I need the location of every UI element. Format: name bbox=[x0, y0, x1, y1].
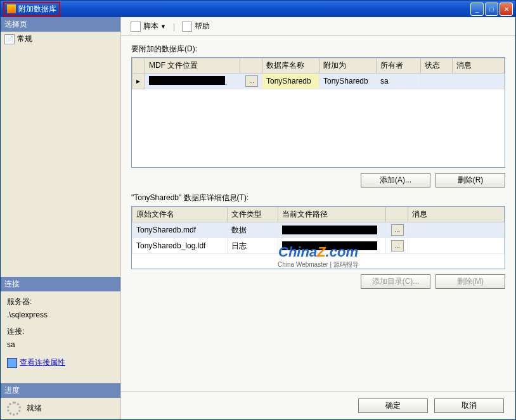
cell-filetype[interactable]: 数据 bbox=[228, 222, 278, 238]
progress-spinner-icon bbox=[7, 402, 21, 416]
progress-header: 进度 bbox=[1, 383, 120, 398]
link-label: 查看连接属性 bbox=[20, 357, 65, 368]
grid1-buttons: 添加(A)... 删除(R) bbox=[131, 173, 505, 188]
cell-browse: ... bbox=[386, 222, 408, 238]
table-row[interactable]: TonySharedb.mdf 数据 ... bbox=[132, 222, 505, 238]
content-area: 要附加的数据库(D): MDF 文件位置 数据库名称 附加为 所有者 状态 bbox=[121, 36, 515, 391]
cell-message bbox=[408, 222, 505, 238]
dialog-window: 附加数据库 _ □ ✕ 选择页 📄 常规 连接 服务器: .\sqlexpres… bbox=[0, 0, 516, 420]
select-page-header: 选择页 bbox=[1, 17, 120, 32]
sidebar-item-general[interactable]: 📄 常规 bbox=[1, 32, 120, 46]
col-browse2 bbox=[386, 207, 408, 222]
col-browse bbox=[240, 58, 262, 73]
col-owner[interactable]: 所有者 bbox=[377, 58, 421, 73]
progress-status-text: 就绪 bbox=[27, 404, 42, 412]
close-button[interactable]: ✕ bbox=[500, 3, 513, 16]
details-table: 原始文件名 文件类型 当前文件路径 消息 TonySharedb.mdf 数据 bbox=[132, 207, 505, 254]
toolbar: 脚本 ▼ | 帮助 bbox=[121, 17, 515, 36]
conn-value: sa bbox=[7, 338, 114, 351]
sidebar: 选择页 📄 常规 连接 服务器: .\sqlexpress 连接: sa 查看连… bbox=[1, 17, 121, 419]
connection-info: 服务器: .\sqlexpress 连接: sa bbox=[1, 291, 120, 355]
window-controls: _ □ ✕ bbox=[470, 3, 513, 16]
cell-filepath[interactable] bbox=[278, 238, 386, 254]
sidebar-item-label: 常规 bbox=[17, 34, 32, 44]
redacted-path bbox=[149, 76, 225, 85]
cell-message bbox=[453, 73, 505, 89]
table-row[interactable]: TonySharedb_log.ldf 日志 ... bbox=[132, 238, 505, 254]
table-row[interactable]: ▸ . ... TonySharedb TonySharedb sa bbox=[132, 73, 505, 89]
col-mdf-location[interactable]: MDF 文件位置 bbox=[145, 58, 240, 73]
dialog-body: 选择页 📄 常规 连接 服务器: .\sqlexpress 连接: sa 查看连… bbox=[1, 17, 515, 419]
minimize-button[interactable]: _ bbox=[470, 3, 484, 16]
cell-status bbox=[421, 73, 453, 89]
details-grid[interactable]: 原始文件名 文件类型 当前文件路径 消息 TonySharedb.mdf 数据 bbox=[131, 206, 505, 269]
title-highlight: 附加数据库 bbox=[3, 2, 60, 16]
main-panel: 脚本 ▼ | 帮助 要附加的数据库(D): MDF 文件位置 bbox=[121, 17, 515, 419]
details-label: "TonySharedb" 数据库详细信息(T): bbox=[131, 193, 505, 203]
browse-button[interactable]: ... bbox=[391, 224, 404, 236]
window-title: 附加数据库 bbox=[18, 4, 56, 15]
attach-db-label: 要附加的数据库(D): bbox=[131, 44, 505, 54]
chevron-down-icon: ▼ bbox=[160, 23, 166, 30]
select-page-section: 📄 常规 bbox=[1, 32, 120, 277]
databases-table: MDF 文件位置 数据库名称 附加为 所有者 状态 消息 ▸ bbox=[132, 58, 505, 89]
cell-filename[interactable]: TonySharedb.mdf bbox=[132, 222, 228, 238]
help-icon bbox=[182, 22, 192, 32]
view-connection-properties-link[interactable]: 查看连接属性 bbox=[1, 355, 120, 371]
script-label: 脚本 bbox=[143, 21, 158, 32]
col-filetype[interactable]: 文件类型 bbox=[228, 207, 278, 222]
col-selector bbox=[132, 58, 145, 73]
cell-attach-as[interactable]: TonySharedb bbox=[319, 73, 377, 89]
remove2-button: 删除(M) bbox=[435, 274, 505, 289]
remove-button[interactable]: 删除(R) bbox=[435, 173, 505, 188]
col-message[interactable]: 消息 bbox=[453, 58, 505, 73]
app-icon bbox=[7, 4, 16, 13]
connection-header: 连接 bbox=[1, 277, 120, 291]
ok-button[interactable]: 确定 bbox=[358, 398, 428, 413]
redacted-path bbox=[282, 226, 377, 234]
cell-mdf-location[interactable]: . bbox=[145, 73, 240, 89]
col-message2[interactable]: 消息 bbox=[408, 207, 505, 222]
separator: | bbox=[173, 22, 175, 31]
titlebar[interactable]: 附加数据库 _ □ ✕ bbox=[1, 1, 515, 17]
help-label: 帮助 bbox=[195, 21, 210, 32]
server-label: 服务器: bbox=[7, 295, 114, 308]
dialog-footer: 确定 取消 bbox=[121, 391, 515, 419]
cancel-button[interactable]: 取消 bbox=[434, 398, 504, 413]
redacted-path bbox=[282, 241, 377, 250]
maximize-button[interactable]: □ bbox=[485, 3, 498, 16]
col-db-name[interactable]: 数据库名称 bbox=[262, 58, 319, 73]
cell-filetype[interactable]: 日志 bbox=[228, 238, 278, 254]
add-button[interactable]: 添加(A)... bbox=[361, 173, 430, 188]
server-value: .\sqlexpress bbox=[7, 309, 114, 321]
help-button[interactable]: 帮助 bbox=[177, 19, 214, 34]
databases-grid[interactable]: MDF 文件位置 数据库名称 附加为 所有者 状态 消息 ▸ bbox=[131, 57, 505, 168]
add-catalog-button: 添加目录(C)... bbox=[361, 274, 430, 289]
col-filepath[interactable]: 当前文件路径 bbox=[278, 207, 386, 222]
conn-label: 连接: bbox=[7, 325, 114, 338]
col-status[interactable]: 状态 bbox=[421, 58, 453, 73]
cell-filepath[interactable] bbox=[278, 222, 386, 238]
properties-icon bbox=[7, 358, 17, 368]
script-button[interactable]: 脚本 ▼ bbox=[126, 19, 171, 34]
cell-browse: ... bbox=[240, 73, 262, 89]
grid2-buttons: 添加目录(C)... 删除(M) bbox=[131, 274, 505, 289]
browse-button[interactable]: ... bbox=[245, 75, 258, 87]
cell-owner[interactable]: sa bbox=[377, 73, 421, 89]
cell-db-name[interactable]: TonySharedb bbox=[262, 73, 319, 89]
progress-status: 就绪 bbox=[1, 398, 120, 419]
row-selector[interactable]: ▸ bbox=[132, 73, 145, 89]
script-icon bbox=[131, 22, 141, 32]
col-attach-as[interactable]: 附加为 bbox=[319, 58, 377, 73]
watermark-tagline: China Webmaster | 源码报导 bbox=[278, 260, 359, 269]
page-icon: 📄 bbox=[4, 34, 15, 44]
cell-filename[interactable]: TonySharedb_log.ldf bbox=[132, 238, 228, 254]
browse-button[interactable]: ... bbox=[391, 240, 404, 251]
cell-message bbox=[408, 238, 505, 254]
col-filename[interactable]: 原始文件名 bbox=[132, 207, 228, 222]
cell-browse: ... bbox=[386, 238, 408, 254]
